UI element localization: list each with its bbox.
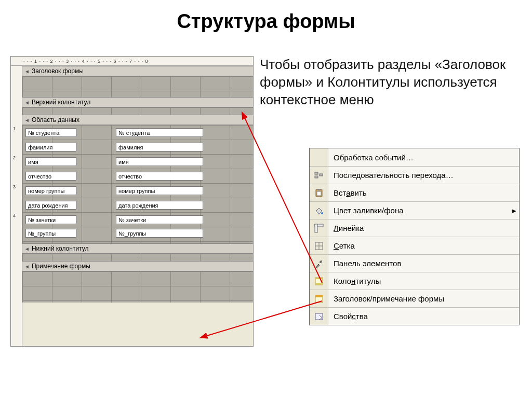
menu-label: Последовательность перехода… [328, 171, 519, 180]
label-control[interactable]: отчество [25, 172, 76, 181]
ruler-v-3: 3 [13, 184, 16, 189]
svg-rect-17 [315, 313, 323, 320]
section-form-footer[interactable]: ◄ Примечание формы [22, 261, 253, 271]
ruler-v-2: 2 [13, 155, 16, 160]
textbox-control[interactable]: номер группы [116, 186, 203, 195]
label-control[interactable]: дата рождения [25, 201, 76, 210]
context-menu: Обработка событий… Последовательность пе… [309, 148, 520, 325]
label-control[interactable]: №_группы [25, 229, 76, 238]
ruler-v-4: 4 [13, 213, 16, 218]
label-control[interactable]: № студента [25, 128, 76, 137]
textbox-control[interactable]: № зачетки [116, 215, 203, 224]
menu-item-fillcolor[interactable]: Цвет заливки/фона ▸ [310, 201, 519, 219]
svg-rect-2 [320, 174, 323, 176]
textbox-control[interactable]: дата рождения [116, 201, 203, 210]
taborder-icon [310, 167, 328, 184]
textbox-control[interactable]: отчество [116, 172, 203, 181]
page-header-body[interactable] [22, 107, 253, 115]
section-marker-icon: ◄ [24, 264, 30, 269]
menu-label: Панель элементов [328, 259, 519, 268]
menu-item-toolbox[interactable]: Панель элементов [310, 254, 519, 272]
svg-point-6 [321, 212, 323, 214]
section-marker-icon: ◄ [24, 117, 30, 123]
section-label: Область данных [32, 116, 79, 123]
section-page-header[interactable]: ◄ Верхний колонтитул [22, 97, 253, 107]
events-icon [310, 148, 328, 166]
menu-item-properties[interactable]: Свойства [310, 307, 519, 325]
section-label: Примечание формы [32, 263, 90, 270]
svg-rect-13 [315, 278, 323, 279]
menu-label: Сетка [328, 241, 519, 250]
ruler-horizontal: · · · 1 · · · 2 · · · 3 · · · 4 · · · 5 … [11, 57, 253, 66]
section-marker-icon: ◄ [24, 100, 30, 105]
section-label: Заголовок формы [32, 67, 84, 75]
menu-item-ruler[interactable]: Линейка [310, 219, 519, 237]
textbox-control[interactable]: №_группы [116, 229, 203, 238]
menu-item-taborder[interactable]: Последовательность перехода… [310, 166, 519, 184]
svg-rect-8 [315, 224, 317, 232]
textbox-control[interactable]: № студента [116, 128, 203, 137]
menu-item-grid[interactable]: Сетка [310, 237, 519, 254]
svg-rect-1 [315, 176, 318, 178]
explanation-text: Чтобы отобразить разделы «Заголовок форм… [260, 56, 523, 108]
form-body: ◄ Заголовок формы ◄ Верхний колонтитул ◄… [22, 66, 253, 346]
headersfooters-icon [310, 272, 328, 290]
ruler-v-1: 1 [13, 126, 16, 131]
form-footer-body[interactable] [22, 271, 253, 303]
menu-item-events[interactable]: Обработка событий… [310, 148, 519, 166]
menu-item-paste[interactable]: Вставить [310, 184, 519, 201]
label-control[interactable]: номер группы [25, 186, 76, 195]
paste-icon [310, 184, 328, 201]
menu-label: Цвет заливки/фона [328, 206, 510, 215]
bucket-icon [310, 202, 328, 219]
svg-rect-14 [315, 283, 323, 285]
slide-title: Структура формы [0, 0, 532, 38]
menu-label: Колонтитулы [328, 277, 519, 285]
menu-label: Вставить [328, 188, 519, 197]
menu-item-headersfooters[interactable]: Колонтитулы [310, 272, 519, 290]
label-control[interactable]: № зачетки [25, 215, 76, 224]
menu-item-formheader[interactable]: Заголовок/примечание формы [310, 290, 519, 307]
section-label: Нижний колонтитул [32, 245, 89, 252]
form-design-panel: · · · 1 · · · 2 · · · 3 · · · 4 · · · 5 … [10, 56, 254, 347]
submenu-arrow-icon: ▸ [510, 202, 519, 219]
ruler-vertical: 1 2 3 4 [11, 66, 22, 346]
svg-rect-0 [315, 172, 318, 174]
label-control[interactable]: имя [25, 157, 76, 166]
section-page-footer[interactable]: ◄ Нижний колонтитул [22, 243, 253, 254]
menu-label: Свойства [328, 312, 519, 321]
textbox-control[interactable]: фамилия [116, 143, 203, 152]
formheader-icon [310, 290, 328, 307]
svg-rect-16 [315, 295, 323, 297]
detail-body[interactable]: № студента № студента фамилия фамилия им… [22, 125, 253, 243]
ruler-icon [310, 219, 328, 237]
form-header-body[interactable] [22, 76, 253, 97]
svg-rect-4 [317, 189, 321, 190]
menu-label: Заголовок/примечание формы [328, 294, 519, 303]
menu-label: Обработка событий… [328, 153, 519, 162]
section-detail[interactable]: ◄ Область данных [22, 115, 253, 125]
section-label: Верхний колонтитул [32, 99, 90, 106]
page-footer-body[interactable] [22, 254, 253, 261]
section-form-header[interactable]: ◄ Заголовок формы [22, 66, 253, 76]
section-marker-icon: ◄ [24, 68, 30, 74]
label-control[interactable]: фамилия [25, 143, 76, 152]
section-marker-icon: ◄ [24, 246, 30, 252]
menu-label: Линейка [328, 224, 519, 232]
properties-icon [310, 308, 328, 325]
grid-icon [310, 237, 328, 254]
tools-icon [310, 255, 328, 272]
textbox-control[interactable]: имя [116, 157, 203, 166]
svg-rect-5 [317, 191, 321, 196]
